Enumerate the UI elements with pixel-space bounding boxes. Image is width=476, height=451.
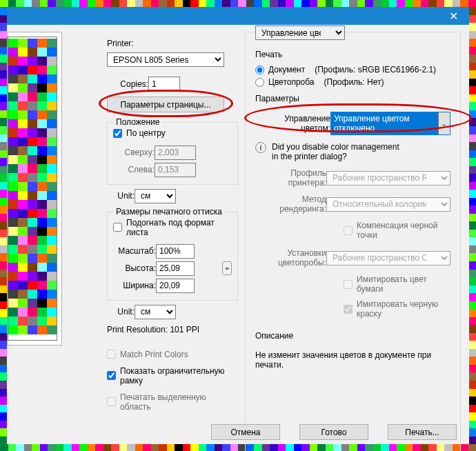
print-selection-checkbox: Печатать выделенную область [107, 392, 238, 412]
match-colors-checkbox-input [107, 350, 116, 359]
printer-label: Printer: [107, 39, 238, 48]
render-intent-label: Метод рендеринга: [255, 194, 326, 214]
print-button[interactable]: Печать... [388, 424, 457, 440]
fit-media-checkbox[interactable]: Подогнать под формат листа [113, 218, 232, 237]
color-strip-right [469, 7, 476, 444]
done-button[interactable]: Готово [299, 424, 368, 440]
print-section-label: Печать [255, 50, 450, 59]
aspect-lock-icon[interactable]: ⚭ [222, 261, 232, 275]
titlebar: ✕ [7, 7, 469, 25]
cm-hint-text: Did you disable color management in the … [272, 142, 399, 161]
description-label: Описание [255, 331, 450, 341]
sim-black-checkbox: Имитировать черную краску [344, 299, 450, 319]
print-preview [7, 32, 62, 345]
color-management-group: Управление цветом Печать Документ (Профи… [245, 32, 461, 451]
chevron-down-icon[interactable]: ⌄ [438, 112, 450, 134]
right-column: Управление цветом Печать Документ (Профи… [245, 32, 461, 451]
sim-paper-checkbox-input [344, 280, 353, 289]
size-group-title: Размеры печатного оттиска [113, 207, 225, 217]
center-checkbox-label: По центру [126, 128, 166, 138]
width-input[interactable] [156, 279, 195, 293]
match-colors-checkbox: Match Print Colors [107, 350, 238, 359]
sim-black-checkbox-label: Имитировать черную краску [357, 299, 450, 319]
params-section-label: Параметры [255, 94, 450, 103]
proof-setup-label: Установки цветопробы: [255, 248, 326, 268]
document-radio[interactable]: Документ [255, 65, 305, 74]
color-strip-left [0, 7, 7, 444]
height-input[interactable] [156, 261, 195, 276]
proof-radio-label: Цветопроба [268, 77, 315, 87]
printer-select[interactable]: EPSON L805 Series [107, 52, 224, 67]
printer-profile-select: Рабочее пространство RGB - ... [326, 171, 450, 186]
scale-label: Масштаб: [113, 246, 156, 256]
proof-profile-text: (Профиль: Нет) [324, 77, 384, 87]
close-button[interactable]: ✕ [438, 7, 469, 25]
unit-label-1: Unit: [107, 191, 135, 201]
left-column: Printer: EPSON L805 Series Copies: Парам… [107, 39, 238, 412]
cm-select-value: Управление цветом отключено [331, 112, 438, 134]
button-bar: Отмена Готово Печать... [211, 424, 457, 440]
document-radio-label: Документ [268, 65, 305, 74]
print-dialog: Printer: EPSON L805 Series Copies: Парам… [7, 25, 469, 444]
print-resolution-label: Print Resolution: 101 PPI [107, 325, 238, 334]
bpc-checkbox-input [344, 226, 353, 235]
fit-media-checkbox-input[interactable] [113, 223, 122, 232]
cm-mode-select[interactable]: Управление цветом [255, 26, 345, 40]
unit-select-2[interactable]: см [135, 305, 176, 319]
left-pos-input [155, 163, 196, 177]
unit-label-2: Unit: [107, 307, 135, 317]
match-colors-checkbox-label: Match Print Colors [120, 350, 188, 359]
cancel-button[interactable]: Отмена [211, 424, 280, 440]
printer-profile-label: Профиль принтера: [255, 168, 326, 188]
bpc-checkbox-label: Компенсация черной точки [357, 221, 450, 240]
proof-radio-input[interactable] [255, 78, 264, 87]
fit-media-checkbox-label: Подогнать под формат листа [126, 218, 232, 237]
color-strip-top [0, 0, 476, 7]
height-label: Высота: [113, 263, 156, 273]
show-bbox-checkbox-label: Показать ограничительную рамку [120, 366, 238, 385]
center-checkbox-input[interactable] [113, 129, 122, 138]
sim-black-checkbox-input [344, 305, 353, 314]
left-pos-label: Слева: [113, 165, 155, 174]
sim-paper-checkbox-label: Имитировать цвет бумаги [357, 274, 450, 294]
proof-radio[interactable]: Цветопроба [255, 77, 315, 87]
width-label: Ширина: [113, 281, 156, 290]
cm-select-label: Управление цветом: [255, 114, 330, 133]
cm-select[interactable]: Управление цветом отключено ⌄ [330, 112, 450, 135]
preview-swatches [8, 39, 57, 334]
page-setup-button[interactable]: Параметры страницы... [107, 97, 224, 112]
document-profile-text: (Профиль: sRGB IEC61966-2.1) [315, 65, 436, 74]
show-bbox-checkbox[interactable]: Показать ограничительную рамку [107, 366, 238, 385]
render-intent-select: Относительный колориметр... [326, 197, 450, 212]
bpc-checkbox: Компенсация черной точки [344, 221, 450, 240]
scale-input[interactable] [156, 244, 195, 259]
top-label: Сверху: [113, 148, 155, 157]
print-selection-checkbox-label: Печатать выделенную область [120, 392, 238, 412]
description-text: Не изменит значения цветов в документе п… [255, 350, 450, 370]
copies-label: Copies: [107, 79, 148, 89]
copies-input[interactable] [148, 77, 180, 91]
top-input [155, 146, 196, 160]
unit-select-1[interactable]: см [135, 189, 176, 203]
position-group-title: Положение [113, 117, 162, 127]
print-selection-checkbox-input [107, 397, 116, 406]
show-bbox-checkbox-input[interactable] [107, 371, 116, 380]
document-radio-input[interactable] [255, 66, 264, 74]
info-icon: i [255, 142, 266, 153]
proof-setup-select: Рабочее пространство CMYK ... [326, 251, 450, 265]
preview-page [8, 37, 57, 341]
center-checkbox[interactable]: По центру [113, 128, 166, 138]
sim-paper-checkbox: Имитировать цвет бумаги [344, 274, 450, 294]
